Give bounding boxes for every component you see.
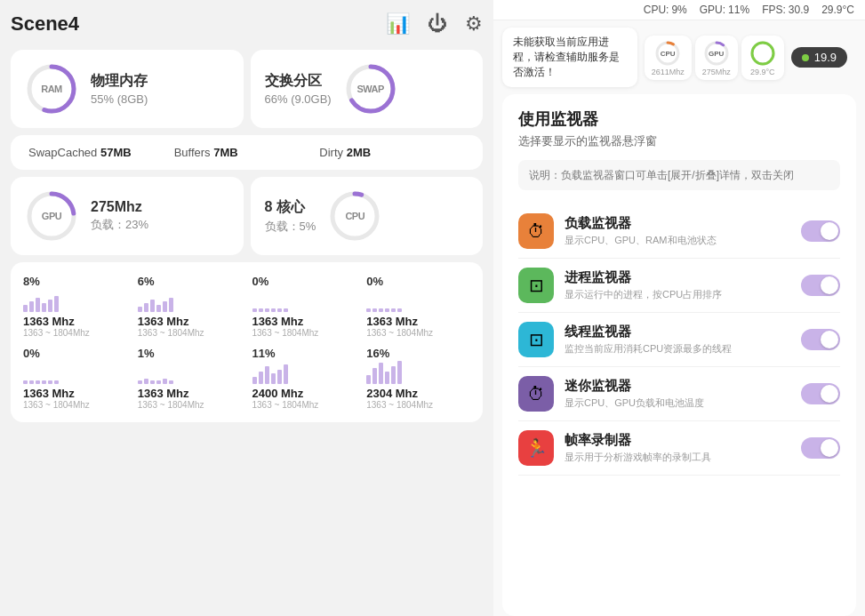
core-freq-1: 1363 Mhz (138, 315, 189, 328)
notif-banner: 未能获取当前应用进程，请检查辅助服务是否激活！ (502, 28, 637, 87)
core-bars-4 (23, 363, 59, 384)
monitor-icon-3: ⏱ (518, 376, 554, 412)
float-dot (802, 54, 809, 61)
mini-bar (156, 305, 161, 312)
mini-bar (265, 308, 269, 312)
monitor-text-2: 线程监视器监控当前应用消耗CPU资源最多的线程 (565, 324, 790, 356)
left-panel: Scene4 📊 ⏻ ⚙ RAM 物理内存 55% (8GB) (0, 0, 493, 616)
settings-icon[interactable]: ⚙ (465, 12, 483, 36)
core-pct-4: 0% (23, 347, 40, 360)
mini-bar (42, 303, 46, 312)
mini-bar (391, 366, 396, 384)
core-item-2: 0%1363 Mhz1363 ~ 1804Mhz (249, 273, 360, 340)
monitor-name-3: 迷你监视器 (565, 378, 790, 395)
mini-bar (150, 300, 155, 312)
monitor-icon-4: 🏃 (518, 430, 554, 466)
monitor-desc-3: 显示CPU、GPU负载和电池温度 (565, 396, 790, 410)
mini-gauge-ring-2 (749, 39, 777, 68)
monitor-toggle-4[interactable] (801, 437, 840, 459)
core-pct-5: 1% (138, 347, 155, 360)
mini-bar (29, 301, 34, 312)
mini-bar (397, 308, 402, 312)
mini-gauge-sub-0: 2611Mhz (652, 68, 685, 76)
monitor-icon-1: ⊡ (518, 268, 554, 303)
core-range-6: 1363 ~ 1804Mhz (252, 400, 319, 410)
mini-gauge-1: GPU 275Mhz (695, 36, 738, 80)
chart-icon[interactable]: 📊 (386, 12, 410, 36)
monitor-toggle-1[interactable] (801, 275, 840, 296)
notif-area: 未能获取当前应用进程，请检查辅助服务是否激活！ CPU 2611Mhz GPU … (493, 20, 865, 94)
monitor-icon-2: ⊡ (518, 322, 554, 357)
core-bars-0 (23, 291, 59, 312)
core-item-7: 16%2304 Mhz1363 ~ 1804Mhz (363, 345, 474, 412)
cpu-status-val: 9% (671, 4, 686, 16)
swap-ring: SWAP (344, 62, 397, 116)
monitor-name-2: 线程监视器 (565, 324, 790, 340)
monitor-desc-0: 显示CPU、GPU、RAM和电池状态 (565, 234, 790, 247)
info-bar: SwapCached 57MB Buffers 7MB Dirty 2MB (11, 135, 483, 170)
core-freq-4: 1363 Mhz (23, 387, 75, 400)
mini-bar (252, 308, 257, 312)
monitor-toggle-2[interactable] (801, 329, 840, 350)
header-icons: 📊 ⏻ ⚙ (386, 12, 483, 36)
core-freq-2: 1363 Mhz (252, 315, 304, 328)
core-bars-5 (138, 363, 173, 384)
mini-bar (271, 308, 276, 312)
monitor-name-4: 帧率录制器 (565, 432, 790, 449)
float-badge[interactable]: 19.9 (791, 47, 847, 68)
dirty-item: Dirty 2MB (319, 146, 465, 159)
ram-ring: RAM (25, 62, 78, 116)
mini-bar (48, 300, 52, 312)
monitor-item-4: 🏃帧率录制器显示用于分析游戏帧率的录制工具 (518, 421, 840, 476)
mini-bar (284, 364, 288, 384)
gpu-status-label: GPU: (700, 4, 725, 16)
swap-sub: 66% (9.0GB) (265, 92, 332, 106)
monitor-name-1: 进程监视器 (565, 269, 790, 286)
mini-gauge-sub-1: 275Mhz (702, 68, 731, 76)
core-freq-3: 1363 Mhz (366, 315, 418, 328)
mini-bar (29, 380, 34, 384)
mini-bar (271, 373, 276, 384)
mini-bar (372, 368, 377, 384)
core-freq-7: 2304 Mhz (366, 387, 418, 400)
mini-bar (144, 379, 148, 384)
core-item-4: 0%1363 Mhz1363 ~ 1804Mhz (20, 345, 131, 412)
monitor-item-0: ⏱负载监视器显示CPU、GPU、RAM和电池状态 (518, 204, 840, 259)
monitor-toggle-3[interactable] (801, 383, 840, 404)
monitor-name-0: 负载监视器 (565, 215, 790, 232)
mini-bar (252, 377, 257, 384)
mini-bar (144, 303, 148, 312)
mini-bar (23, 380, 28, 384)
monitor-text-1: 进程监视器显示运行中的进程，按CPU占用排序 (565, 269, 790, 301)
dirty-value: 2MB (347, 146, 371, 159)
core-pct-7: 16% (366, 347, 389, 360)
monitor-toggle-0[interactable] (801, 220, 840, 242)
mini-bar (23, 305, 28, 312)
mini-bar (150, 380, 155, 384)
notif-text: 未能获取当前应用进程，请检查辅助服务是否激活！ (513, 36, 620, 78)
mini-bar (54, 380, 59, 384)
core-freq-0: 1363 Mhz (23, 315, 75, 328)
core-range-2: 1363 ~ 1804Mhz (252, 328, 319, 338)
fps-status: FPS: 30.9 (762, 4, 809, 16)
overlay-sub: 选择要显示的监视器悬浮窗 (518, 133, 840, 149)
core-range-7: 1363 ~ 1804Mhz (366, 400, 433, 410)
ram-label: RAM (41, 84, 62, 94)
float-value: 19.9 (814, 51, 837, 64)
mini-bar (36, 380, 40, 384)
mini-bar (54, 296, 59, 312)
top-cards-row: RAM 物理内存 55% (8GB) 交换分区 66% (9.0GB) SWAP (11, 50, 483, 128)
core-range-1: 1363 ~ 1804Mhz (138, 328, 204, 338)
fps-val: 30.9 (789, 4, 809, 16)
gpu-load: 负载：23% (91, 217, 148, 233)
cpu-status-label: CPU: (644, 4, 669, 16)
overlay-title: 使用监视器 (518, 108, 840, 130)
mini-bar (379, 363, 383, 384)
core-pct-1: 6% (138, 275, 155, 288)
core-range-4: 1363 ~ 1804Mhz (23, 400, 90, 410)
core-bars-2 (252, 291, 288, 312)
mini-bar (379, 308, 383, 312)
mini-bar (169, 380, 173, 384)
power-icon[interactable]: ⏻ (428, 12, 447, 36)
svg-point-13 (752, 43, 773, 64)
